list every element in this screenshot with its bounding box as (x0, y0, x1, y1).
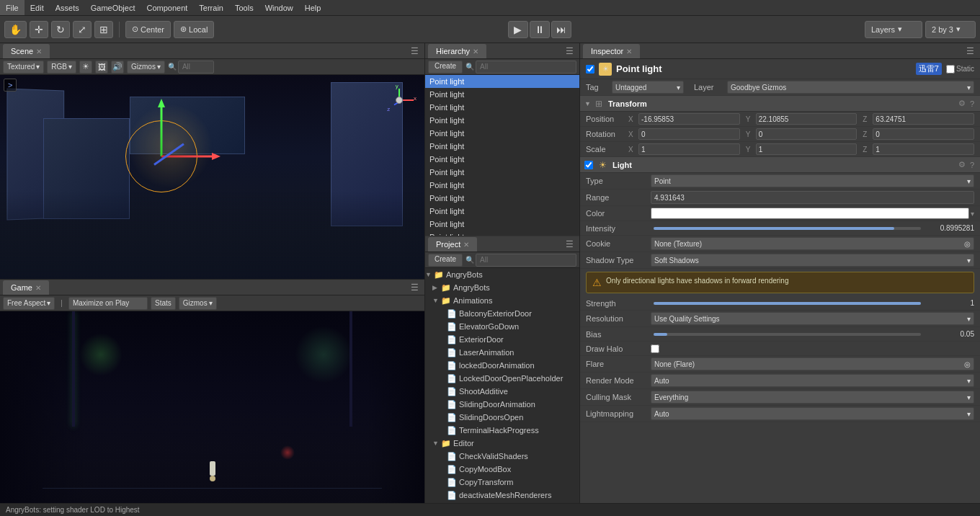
project-tab-close[interactable]: ✕ (463, 241, 469, 249)
hierarchy-tab[interactable]: Hierarchy ✕ (428, 44, 486, 58)
textured-dropdown[interactable]: Textured ▾ (3, 61, 44, 74)
inspector-panel-menu-btn[interactable]: ☰ (963, 46, 977, 56)
gizmos-dropdown[interactable]: Gizmos ▾ (127, 61, 165, 74)
project-file-item[interactable]: 📄SlidingDoorAnimation (425, 398, 579, 411)
resolution-dropdown[interactable]: Use Quality Settings ▾ (651, 312, 974, 325)
menu-component[interactable]: Component (141, 0, 193, 15)
scene-tab-close[interactable]: ✕ (36, 48, 42, 55)
light-color-field[interactable] (651, 208, 969, 219)
light-help-btn[interactable]: ? (968, 160, 976, 169)
hierarchy-item[interactable]: Point light (425, 88, 579, 101)
game-tab-close[interactable]: ✕ (35, 284, 41, 292)
menu-help[interactable]: Help (299, 0, 327, 15)
scale-x-input[interactable] (638, 143, 740, 155)
layout-dropdown[interactable]: 2 by 3 ▾ (925, 21, 976, 38)
culling-mask-dropdown[interactable]: Everything ▾ (651, 391, 974, 404)
scene-panel-menu-btn[interactable]: ☰ (408, 46, 422, 56)
transform-settings-btn[interactable]: ⚙ (957, 99, 967, 108)
maximize-btn[interactable]: Maximize on Play (68, 297, 148, 310)
hierarchy-item[interactable]: Point light (425, 127, 579, 140)
hierarchy-item[interactable]: Point light (425, 140, 579, 153)
project-search-input[interactable] (476, 254, 576, 267)
sun-icon-btn[interactable]: ☀ (79, 61, 92, 74)
hierarchy-item[interactable]: Point light (425, 192, 579, 205)
scene-collapse-btn[interactable]: > (4, 79, 17, 92)
hierarchy-create-btn[interactable]: Create (428, 61, 463, 74)
lightmapping-dropdown[interactable]: Auto ▾ (651, 407, 974, 420)
menu-edit[interactable]: Edit (24, 0, 50, 15)
project-file-item[interactable]: 📄lockedDoorAnimation (425, 359, 579, 372)
project-file-item[interactable]: 📄CopyMoodBox (425, 463, 579, 476)
rect-tool-btn[interactable]: ⊞ (94, 21, 113, 38)
rotation-z-input[interactable] (873, 128, 974, 140)
project-create-btn[interactable]: Create (428, 254, 463, 267)
hierarchy-tab-close[interactable]: ✕ (473, 48, 478, 55)
light-settings-btn[interactable]: ⚙ (957, 160, 967, 169)
render-mode-dropdown[interactable]: Auto ▾ (651, 374, 974, 387)
rotation-y-input[interactable] (756, 128, 858, 140)
move-tool-btn[interactable]: ✛ (30, 21, 48, 38)
project-file-item[interactable]: 📄BalconyExteriorDoor (425, 307, 579, 320)
project-file-item[interactable]: 📄ExteriorDoor (425, 333, 579, 346)
hierarchy-search-input[interactable] (476, 61, 576, 74)
light-cookie-dropdown[interactable]: None (Texture) ◎ (651, 237, 974, 250)
object-active-checkbox[interactable] (586, 65, 594, 74)
project-file-item[interactable]: 📄LockedDoorOpenPlaceholder (425, 372, 579, 385)
hierarchy-item[interactable]: Point light (425, 114, 579, 127)
layers-dropdown[interactable]: Layers ▾ (865, 21, 922, 38)
scene-tab[interactable]: Scene ✕ (3, 44, 50, 58)
light-type-dropdown[interactable]: Point ▾ (651, 174, 974, 187)
inspector-tab-close[interactable]: ✕ (626, 48, 632, 55)
menu-gameobject[interactable]: GameObject (85, 0, 141, 15)
scale-y-input[interactable] (756, 143, 858, 155)
project-file-item[interactable]: 📄ShootAdditive (425, 385, 579, 398)
menu-window[interactable]: Window (259, 0, 299, 15)
menu-terrain[interactable]: Terrain (193, 0, 229, 15)
center-btn[interactable]: ⊙ Center (125, 21, 171, 38)
project-file-item[interactable]: 📄LaserAnimation (425, 346, 579, 359)
project-file-item[interactable]: 📄CheckValidShaders (425, 450, 579, 463)
hierarchy-item[interactable]: Point light (425, 101, 579, 114)
hierarchy-item[interactable]: Point light (425, 153, 579, 166)
shadow-type-dropdown[interactable]: Soft Shadows ▾ (651, 254, 974, 267)
project-file-item[interactable]: 📄ElevatorGoDown (425, 320, 579, 333)
game-gizmos-btn[interactable]: Gizmos ▾ (179, 297, 217, 310)
layer-dropdown[interactable]: Goodbye Gizmos ▾ (727, 81, 974, 94)
project-file-item[interactable]: 📄deactivateMeshRenderers (425, 489, 579, 502)
intensity-slider-track[interactable] (654, 227, 921, 230)
project-folder-item[interactable]: ▼📁Animations (425, 294, 579, 307)
hierarchy-panel-menu-btn[interactable]: ☰ (563, 46, 576, 56)
draw-halo-checkbox[interactable] (651, 344, 659, 353)
tag-dropdown[interactable]: Untagged ▾ (612, 81, 684, 94)
hierarchy-item[interactable]: Point light (425, 231, 579, 236)
light-range-input[interactable] (651, 191, 974, 204)
hierarchy-item[interactable]: Point light (425, 218, 579, 231)
menu-assets[interactable]: Assets (50, 0, 85, 15)
project-file-item[interactable]: 📄CopyTransform (425, 476, 579, 489)
hand-tool-btn[interactable]: ✋ (4, 21, 27, 38)
project-file-item[interactable]: 📄SlidingDoorsOpen (425, 411, 579, 424)
scene-search-input[interactable] (178, 61, 214, 74)
rotation-x-input[interactable] (638, 128, 740, 140)
rotate-tool-btn[interactable]: ↻ (51, 21, 70, 38)
hierarchy-item[interactable]: Point light (425, 75, 579, 88)
game-tab[interactable]: Game ✕ (3, 280, 49, 295)
position-y-input[interactable] (756, 113, 858, 125)
project-file-item[interactable]: 📄TerminalHackProgress (425, 424, 579, 437)
audio-btn[interactable]: 🔊 (111, 61, 124, 74)
strength-slider-track[interactable] (654, 302, 921, 305)
scale-z-input[interactable] (873, 143, 974, 155)
project-tab[interactable]: Project ✕ (428, 237, 477, 252)
menu-file[interactable]: File (0, 0, 24, 15)
position-x-input[interactable] (638, 113, 740, 125)
hierarchy-item[interactable]: Point light (425, 179, 579, 192)
play-btn[interactable]: ▶ (508, 21, 528, 38)
project-folder-item[interactable]: ▼📁AngryBots (425, 268, 579, 281)
image-effect-btn[interactable]: 🖼 (95, 61, 108, 74)
aspect-dropdown[interactable]: Free Aspect ▾ (3, 297, 55, 310)
game-panel-menu-btn[interactable]: ☰ (408, 283, 422, 293)
bias-slider-track[interactable] (654, 333, 921, 336)
light-section-header[interactable]: ☀ Light ⚙ ? (580, 157, 980, 173)
light-active-checkbox[interactable] (584, 161, 593, 169)
flare-dropdown[interactable]: None (Flare) ◎ (651, 357, 974, 370)
